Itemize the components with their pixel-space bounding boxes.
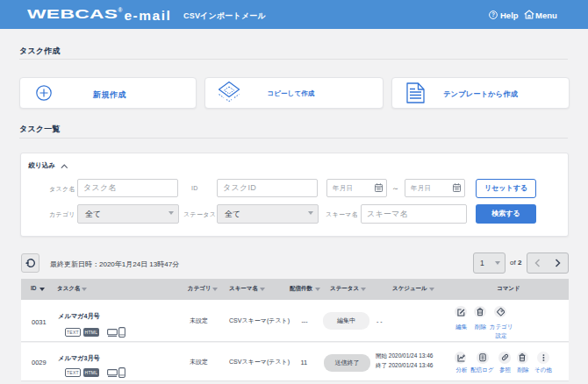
svg-text:?: ? [491,11,495,18]
